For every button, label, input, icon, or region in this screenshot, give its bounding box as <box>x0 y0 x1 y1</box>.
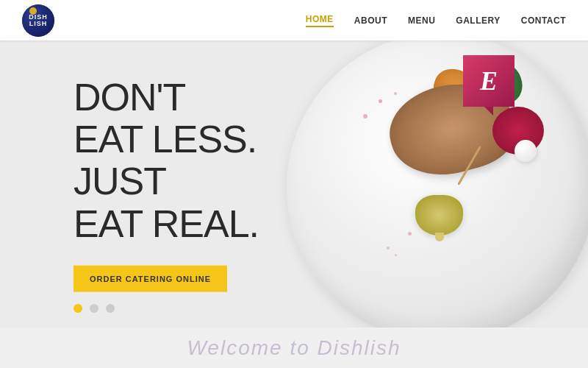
hero-text-block: DON'T EAT LESS. JUST EAT REAL. ORDER CAT… <box>74 77 259 292</box>
slider-dot-1[interactable] <box>74 304 82 313</box>
bottom-welcome-text: Welcome to Dishlish <box>187 336 401 360</box>
nav-item-contact[interactable]: CONTACT <box>521 15 566 26</box>
plate-dot-7 <box>395 254 397 256</box>
plate-dot-4 <box>409 103 412 105</box>
logo-accent <box>29 7 37 15</box>
hero-line-4: EAT REAL. <box>74 202 259 244</box>
hero-line-1: DON'T <box>74 77 259 118</box>
food-sauce-bowl <box>415 195 463 236</box>
plate-dot-3 <box>363 114 368 118</box>
header: DISH LISH HOME ABOUT MENU GALLERY CONTAC… <box>0 0 588 40</box>
plate-dot-5 <box>408 232 412 236</box>
nav-item-menu[interactable]: MENU <box>408 15 435 26</box>
hero-headline: DON'T EAT LESS. JUST EAT REAL. <box>74 77 259 245</box>
nav-item-gallery[interactable]: GALLERY <box>456 15 500 26</box>
cta-button[interactable]: ORDER CATERING ONLINE <box>74 265 227 291</box>
logo-lish-text: LISH <box>29 21 48 27</box>
nav-item-home[interactable]: HOME <box>306 14 334 27</box>
logo[interactable]: DISH LISH <box>22 4 54 37</box>
plate-dot-6 <box>387 247 390 250</box>
plate-dot-2 <box>394 92 397 95</box>
elementor-letter: E <box>480 66 498 96</box>
plate-dot-1 <box>379 99 382 103</box>
bottom-section: Welcome to Dishlish <box>0 328 588 368</box>
nav-item-about[interactable]: ABOUT <box>354 15 387 26</box>
hero-line-3: JUST <box>74 160 259 202</box>
slider-dot-3[interactable] <box>106 304 115 313</box>
elementor-badge: E <box>463 55 514 107</box>
plate-area <box>228 40 588 328</box>
food-white-sphere <box>514 140 537 162</box>
hero-section: DON'T EAT LESS. JUST EAT REAL. ORDER CAT… <box>0 40 588 328</box>
logo-circle: DISH LISH <box>22 4 54 37</box>
hero-line-2: EAT LESS. <box>74 118 259 160</box>
main-nav: HOME ABOUT MENU GALLERY CONTACT <box>306 14 566 27</box>
slider-dots <box>74 304 115 313</box>
slider-dot-2[interactable] <box>90 304 98 313</box>
